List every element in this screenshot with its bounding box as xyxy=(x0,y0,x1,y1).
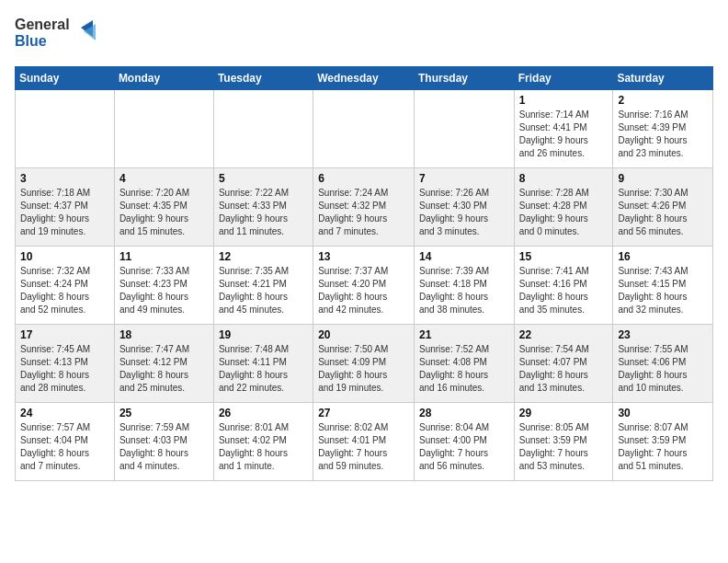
day-cell: 25Sunrise: 7:59 AM Sunset: 4:03 PM Dayli… xyxy=(114,403,213,481)
day-cell: 17Sunrise: 7:45 AM Sunset: 4:13 PM Dayli… xyxy=(16,325,115,403)
day-info: Sunrise: 7:43 AM Sunset: 4:15 PM Dayligh… xyxy=(618,265,708,316)
day-info: Sunrise: 7:48 AM Sunset: 4:11 PM Dayligh… xyxy=(219,343,308,395)
day-number: 14 xyxy=(419,250,509,263)
day-info: Sunrise: 7:50 AM Sunset: 4:09 PM Dayligh… xyxy=(318,343,409,395)
day-cell: 20Sunrise: 7:50 AM Sunset: 4:09 PM Dayli… xyxy=(313,325,415,403)
day-cell: 12Sunrise: 7:35 AM Sunset: 4:21 PM Dayli… xyxy=(213,247,313,325)
day-number: 18 xyxy=(119,328,209,341)
weekday-header-thursday: Thursday xyxy=(414,67,514,90)
day-cell: 13Sunrise: 7:37 AM Sunset: 4:20 PM Dayli… xyxy=(313,247,415,325)
day-number: 11 xyxy=(119,250,209,263)
day-cell: 19Sunrise: 7:48 AM Sunset: 4:11 PM Dayli… xyxy=(213,325,313,403)
day-cell: 1Sunrise: 7:14 AM Sunset: 4:41 PM Daylig… xyxy=(514,90,613,168)
day-cell: 8Sunrise: 7:28 AM Sunset: 4:28 PM Daylig… xyxy=(514,168,613,247)
day-number: 7 xyxy=(419,172,509,185)
day-cell: 14Sunrise: 7:39 AM Sunset: 4:18 PM Dayli… xyxy=(414,247,514,325)
day-cell: 18Sunrise: 7:47 AM Sunset: 4:12 PM Dayli… xyxy=(114,325,213,403)
day-info: Sunrise: 7:41 AM Sunset: 4:16 PM Dayligh… xyxy=(519,265,609,316)
weekday-header-monday: Monday xyxy=(114,67,213,90)
svg-text:General: General xyxy=(15,17,70,32)
day-info: Sunrise: 7:55 AM Sunset: 4:06 PM Dayligh… xyxy=(618,343,708,395)
day-number: 28 xyxy=(419,407,509,419)
weekday-header-row: SundayMondayTuesdayWednesdayThursdayFrid… xyxy=(16,67,713,90)
day-info: Sunrise: 8:04 AM Sunset: 4:00 PM Dayligh… xyxy=(419,421,509,473)
day-number: 10 xyxy=(20,250,109,263)
week-row-1: 1Sunrise: 7:14 AM Sunset: 4:41 PM Daylig… xyxy=(16,90,713,168)
header: General Blue xyxy=(15,11,713,59)
day-info: Sunrise: 8:07 AM Sunset: 3:59 PM Dayligh… xyxy=(618,421,708,473)
weekday-header-tuesday: Tuesday xyxy=(213,67,313,90)
day-cell: 23Sunrise: 7:55 AM Sunset: 4:06 PM Dayli… xyxy=(613,325,713,403)
day-info: Sunrise: 8:05 AM Sunset: 3:59 PM Dayligh… xyxy=(519,421,609,473)
calendar-table: SundayMondayTuesdayWednesdayThursdayFrid… xyxy=(15,66,713,481)
day-info: Sunrise: 8:01 AM Sunset: 4:02 PM Dayligh… xyxy=(219,421,308,473)
day-info: Sunrise: 7:35 AM Sunset: 4:21 PM Dayligh… xyxy=(219,265,308,316)
day-cell: 21Sunrise: 7:52 AM Sunset: 4:08 PM Dayli… xyxy=(414,325,514,403)
day-number: 3 xyxy=(20,172,109,185)
day-info: Sunrise: 7:45 AM Sunset: 4:13 PM Dayligh… xyxy=(20,343,109,395)
day-cell: 5Sunrise: 7:22 AM Sunset: 4:33 PM Daylig… xyxy=(213,168,313,247)
day-info: Sunrise: 7:22 AM Sunset: 4:33 PM Dayligh… xyxy=(219,187,308,238)
day-info: Sunrise: 7:57 AM Sunset: 4:04 PM Dayligh… xyxy=(20,421,109,473)
day-info: Sunrise: 7:24 AM Sunset: 4:32 PM Dayligh… xyxy=(318,187,409,238)
day-cell xyxy=(414,90,514,168)
day-number: 15 xyxy=(519,250,609,263)
day-number: 29 xyxy=(519,407,609,419)
day-info: Sunrise: 7:37 AM Sunset: 4:20 PM Dayligh… xyxy=(318,265,409,316)
day-number: 27 xyxy=(318,407,409,419)
week-row-2: 3Sunrise: 7:18 AM Sunset: 4:37 PM Daylig… xyxy=(16,168,713,247)
day-cell: 16Sunrise: 7:43 AM Sunset: 4:15 PM Dayli… xyxy=(613,247,713,325)
day-info: Sunrise: 7:33 AM Sunset: 4:23 PM Dayligh… xyxy=(119,265,209,316)
weekday-header-friday: Friday xyxy=(514,67,613,90)
day-info: Sunrise: 7:30 AM Sunset: 4:26 PM Dayligh… xyxy=(618,187,708,238)
day-number: 30 xyxy=(618,407,708,419)
day-number: 16 xyxy=(618,250,708,263)
day-cell: 22Sunrise: 7:54 AM Sunset: 4:07 PM Dayli… xyxy=(514,325,613,403)
day-number: 25 xyxy=(119,407,209,419)
day-cell: 29Sunrise: 8:05 AM Sunset: 3:59 PM Dayli… xyxy=(514,403,613,481)
day-info: Sunrise: 7:39 AM Sunset: 4:18 PM Dayligh… xyxy=(419,265,509,316)
day-number: 24 xyxy=(20,407,109,419)
day-number: 19 xyxy=(219,328,308,341)
day-cell: 3Sunrise: 7:18 AM Sunset: 4:37 PM Daylig… xyxy=(16,168,115,247)
day-number: 6 xyxy=(318,172,409,185)
week-row-5: 24Sunrise: 7:57 AM Sunset: 4:04 PM Dayli… xyxy=(16,403,713,481)
day-cell: 24Sunrise: 7:57 AM Sunset: 4:04 PM Dayli… xyxy=(16,403,115,481)
day-cell xyxy=(213,90,313,168)
day-cell: 9Sunrise: 7:30 AM Sunset: 4:26 PM Daylig… xyxy=(613,168,713,247)
day-info: Sunrise: 7:52 AM Sunset: 4:08 PM Dayligh… xyxy=(419,343,509,395)
day-info: Sunrise: 7:20 AM Sunset: 4:35 PM Dayligh… xyxy=(119,187,209,238)
logo-text: General Blue xyxy=(15,11,102,59)
day-cell: 2Sunrise: 7:16 AM Sunset: 4:39 PM Daylig… xyxy=(613,90,713,168)
day-cell: 26Sunrise: 8:01 AM Sunset: 4:02 PM Dayli… xyxy=(213,403,313,481)
day-number: 23 xyxy=(618,328,708,341)
day-cell: 15Sunrise: 7:41 AM Sunset: 4:16 PM Dayli… xyxy=(514,247,613,325)
day-info: Sunrise: 7:54 AM Sunset: 4:07 PM Dayligh… xyxy=(519,343,609,395)
weekday-header-wednesday: Wednesday xyxy=(313,67,415,90)
day-number: 26 xyxy=(219,407,308,419)
day-cell: 6Sunrise: 7:24 AM Sunset: 4:32 PM Daylig… xyxy=(313,168,415,247)
day-number: 13 xyxy=(318,250,409,263)
svg-text:Blue: Blue xyxy=(15,33,47,49)
day-cell: 7Sunrise: 7:26 AM Sunset: 4:30 PM Daylig… xyxy=(414,168,514,247)
day-number: 17 xyxy=(20,328,109,341)
logo: General Blue xyxy=(15,11,102,59)
day-cell xyxy=(16,90,115,168)
day-number: 20 xyxy=(318,328,409,341)
calendar-page: General Blue SundayMondayTuesdayWednesda… xyxy=(0,0,728,563)
day-info: Sunrise: 8:02 AM Sunset: 4:01 PM Dayligh… xyxy=(318,421,409,473)
day-info: Sunrise: 7:16 AM Sunset: 4:39 PM Dayligh… xyxy=(618,109,708,160)
day-cell: 27Sunrise: 8:02 AM Sunset: 4:01 PM Dayli… xyxy=(313,403,415,481)
weekday-header-saturday: Saturday xyxy=(613,67,713,90)
day-info: Sunrise: 7:14 AM Sunset: 4:41 PM Dayligh… xyxy=(519,109,609,160)
day-info: Sunrise: 7:59 AM Sunset: 4:03 PM Dayligh… xyxy=(119,421,209,473)
day-info: Sunrise: 7:26 AM Sunset: 4:30 PM Dayligh… xyxy=(419,187,509,238)
day-cell: 4Sunrise: 7:20 AM Sunset: 4:35 PM Daylig… xyxy=(114,168,213,247)
day-number: 22 xyxy=(519,328,609,341)
day-info: Sunrise: 7:28 AM Sunset: 4:28 PM Dayligh… xyxy=(519,187,609,238)
day-cell xyxy=(114,90,213,168)
day-number: 8 xyxy=(519,172,609,185)
day-number: 9 xyxy=(618,172,708,185)
day-number: 1 xyxy=(519,94,609,107)
day-number: 4 xyxy=(119,172,209,185)
